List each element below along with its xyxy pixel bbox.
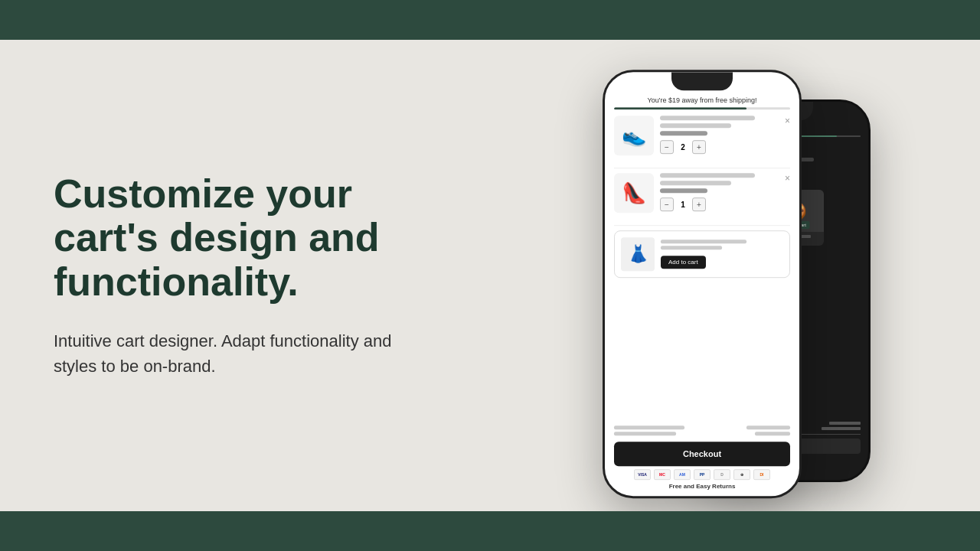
item-details-2: − 1 + xyxy=(660,173,779,211)
suggested-lines xyxy=(661,240,783,249)
item-close-1[interactable]: × xyxy=(785,116,790,126)
qty-num-2: 1 xyxy=(678,201,688,209)
qty-num-1: 2 xyxy=(678,143,688,152)
divider-1 xyxy=(614,168,790,168)
spacer xyxy=(614,284,790,422)
qty-minus-1[interactable]: − xyxy=(660,140,674,154)
suggested-details: Add to cart xyxy=(661,240,783,269)
suggested-item: 👗 Add to cart xyxy=(614,230,790,278)
item-img-1: 👟 xyxy=(614,116,654,155)
cart-item-1: 👟 − 2 + × xyxy=(614,116,790,155)
shoe-icon-2: 👠 xyxy=(622,181,646,205)
checkout-button[interactable]: Checkout xyxy=(614,442,790,466)
shipping-text: You're $19 away from free shipping! xyxy=(614,96,790,104)
add-to-cart-button[interactable]: Add to cart xyxy=(661,256,706,269)
qty-control-1: − 2 + xyxy=(660,140,779,154)
phone-front: You're $19 away from free shipping! 👟 xyxy=(603,70,802,498)
bottom-bar xyxy=(0,511,980,551)
item-lines-1 xyxy=(660,116,779,135)
qty-minus-2[interactable]: − xyxy=(660,197,674,211)
mastercard-icon: MC xyxy=(654,469,671,480)
amex-icon: AM xyxy=(674,469,691,480)
main-content: Customize your cart's design and functio… xyxy=(0,40,980,511)
headline: Customize your cart's design and functio… xyxy=(54,172,398,304)
suggested-emoji: 👗 xyxy=(628,244,648,264)
qty-plus-2[interactable]: + xyxy=(692,197,706,211)
item-details-1: − 2 + xyxy=(660,116,779,154)
shipping-progress-fill xyxy=(614,107,746,109)
apple-pay-icon: ⊕ xyxy=(733,469,750,480)
phone-front-notch xyxy=(671,72,733,90)
discover-icon: DI xyxy=(753,469,770,480)
shoe-icon-1: 👟 xyxy=(622,124,646,148)
shipping-progress-bar xyxy=(614,107,790,109)
item-lines-2 xyxy=(660,173,779,193)
item-close-2[interactable]: × xyxy=(785,173,790,184)
diners-icon: D xyxy=(714,469,730,480)
shipping-bar-container: You're $19 away from free shipping! xyxy=(614,96,790,109)
text-section: Customize your cart's design and functio… xyxy=(0,172,444,379)
qty-plus-1[interactable]: + xyxy=(692,140,706,154)
phone-front-content: You're $19 away from free shipping! 👟 xyxy=(605,96,799,496)
summary-section xyxy=(614,425,790,435)
visa-icon: VISA xyxy=(634,469,651,480)
suggested-img: 👗 xyxy=(621,237,655,271)
cart-item-2: 👠 − 1 + × xyxy=(614,173,790,213)
divider-2 xyxy=(614,225,790,226)
payment-icons: VISA MC AM PP D ⊕ DI xyxy=(614,469,790,480)
item-img-2: 👠 xyxy=(614,173,654,213)
phones-section: free shipping! xyxy=(444,40,980,511)
paypal-icon: PP xyxy=(694,469,710,480)
top-bar xyxy=(0,0,980,40)
qty-control-2: − 1 + xyxy=(660,197,779,211)
free-returns-text: Free and Easy Returns xyxy=(614,483,790,490)
subtext: Intuitive cart designer. Adapt functiona… xyxy=(54,328,398,379)
